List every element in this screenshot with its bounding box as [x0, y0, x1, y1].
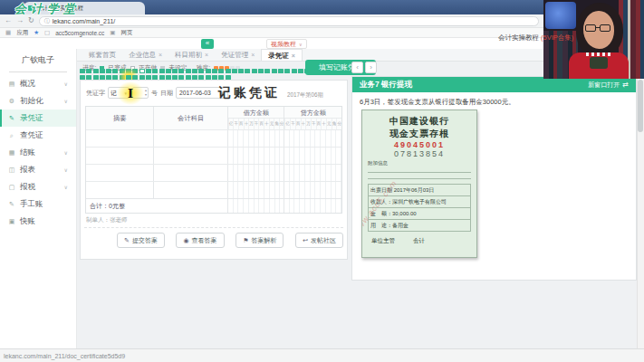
bookmark-site[interactable]: acc5comgenote.cc [55, 30, 104, 36]
progress-block[interactable] [166, 69, 171, 73]
progress-block[interactable] [126, 69, 131, 73]
progress-block[interactable] [106, 69, 111, 73]
voucher-cell-summary[interactable] [86, 165, 154, 181]
progress-block[interactable] [226, 69, 231, 73]
stepper-down-icon[interactable]: ▾ [145, 92, 147, 98]
progress-block[interactable] [132, 69, 138, 73]
sidebar-item-icon: ▣ [8, 218, 15, 225]
sidebar-item-录凭证[interactable]: ✎录凭证 [0, 110, 76, 127]
progress-block[interactable] [198, 69, 204, 73]
action-提交答案[interactable]: ✎提交答案 [117, 233, 165, 248]
tab-账套首页[interactable]: 账套首页 [82, 49, 122, 61]
progress-block[interactable] [206, 69, 211, 73]
bookmark-star-icon[interactable]: ★ [34, 29, 39, 36]
voucher-table: 摘要 会计科目 借方金额 亿千百十万千百十元角分 贷方金额 亿千百十万千百十元角… [85, 106, 342, 214]
task-description: 6月3日，签发现金支票从银行提取备用金30000元。 [352, 92, 636, 107]
next-page-button[interactable]: › [365, 62, 377, 73]
progress-block[interactable] [264, 69, 270, 73]
col-summary: 摘要 [86, 107, 154, 129]
progress-block[interactable] [80, 69, 85, 73]
sidebar-item-初始化[interactable]: ⚙初始化∨ [0, 92, 76, 110]
voucher-header: 凭证字 记 ▾ ▴ ▾ 号 日期 2017-06-03 ▦ 记账凭证 2017年… [81, 81, 347, 105]
sidebar-item-查凭证[interactable]: ⌕查凭证 [0, 127, 76, 144]
forward-icon[interactable]: → [16, 17, 24, 24]
voucher-cell-credit[interactable] [284, 182, 341, 198]
voucher-cell-account[interactable] [154, 165, 227, 181]
task-panel-header: 业务7 银行提现 新窗口打开 ⇄ [352, 77, 636, 92]
sidebar-item-报税[interactable]: ▢报税∨ [0, 178, 76, 195]
progress-block[interactable] [178, 69, 184, 73]
reload-icon[interactable]: ↻ [28, 17, 34, 24]
tab-凭证管理[interactable]: 凭证管理× [215, 49, 261, 61]
tab-企业信息[interactable]: 企业信息× [122, 49, 168, 61]
digit-col-label: 分 [279, 119, 284, 129]
apps-label[interactable]: 应用 [16, 29, 28, 37]
progress-block[interactable] [192, 69, 197, 73]
tab-录凭证[interactable]: 录凭证× [261, 49, 303, 61]
progress-block[interactable] [238, 69, 244, 73]
progress-block[interactable] [278, 69, 284, 73]
voucher-cell-summary[interactable] [86, 148, 154, 164]
progress-block[interactable] [159, 69, 165, 73]
progress-block[interactable] [146, 69, 151, 73]
credit-digit-columns: 亿千百十万千百十元角分 [284, 119, 341, 129]
action-发帖社区[interactable]: ↩发帖社区 [295, 233, 343, 248]
address-bar[interactable]: ⓘ lekanc.com/main_211/ [39, 16, 539, 26]
sidebar-item-概况[interactable]: ▤概况∨ [0, 75, 76, 92]
sidebar-item-结账[interactable]: ▦结账∨ [0, 144, 76, 161]
close-icon[interactable]: × [205, 49, 208, 61]
tab-科目期初[interactable]: 科目期初× [168, 49, 215, 61]
voucher-cell-summary[interactable] [86, 182, 154, 198]
bookmark-folder[interactable]: 网页 [121, 29, 133, 37]
progress-block[interactable] [218, 69, 224, 73]
site-info-icon[interactable]: ⓘ [44, 17, 50, 25]
voucher-cell-debit[interactable] [228, 130, 285, 147]
voucher-cell-debit[interactable] [228, 165, 285, 181]
progress-block[interactable] [245, 69, 250, 73]
sidebar-item-label: 快账 [20, 216, 35, 227]
action-icon: ✎ [124, 237, 130, 244]
open-new-window[interactable]: 新窗口打开 ⇄ [588, 81, 629, 90]
voucher-cell-account[interactable] [154, 130, 227, 147]
close-icon[interactable]: × [251, 49, 255, 61]
sidebar-item-报表[interactable]: ◫报表∨ [0, 161, 76, 178]
progress-block[interactable] [284, 69, 290, 73]
progress-block[interactable] [232, 69, 237, 73]
sidebar-item-手工账[interactable]: ✎手工账 [0, 195, 76, 213]
progress-block[interactable] [252, 69, 257, 73]
voucher-title: 记账凭证 [218, 85, 280, 101]
sidebar-item-快账[interactable]: ▣快账 [0, 213, 76, 230]
progress-block[interactable] [298, 69, 303, 73]
progress-block[interactable] [212, 69, 217, 73]
action-查看答案[interactable]: ◉查看答案 [176, 233, 224, 248]
progress-block[interactable] [258, 69, 264, 73]
close-icon[interactable]: × [159, 49, 162, 61]
voucher-cell-account[interactable] [154, 182, 227, 198]
voucher-cell-credit[interactable] [284, 165, 341, 181]
video-tutorial-dropdown[interactable]: 视频教程 ∨ [266, 39, 307, 49]
progress-block[interactable] [172, 69, 178, 73]
progress-block[interactable] [100, 69, 105, 73]
voucher-cell-summary[interactable] [86, 130, 154, 147]
apps-grid-icon[interactable]: ▦ [5, 29, 11, 36]
sidebar-collapse-button[interactable]: « [201, 39, 214, 49]
voucher-cell-debit[interactable] [228, 182, 285, 198]
progress-block[interactable] [93, 69, 99, 73]
voucher-cell-credit[interactable] [284, 148, 341, 164]
prev-page-button[interactable]: ‹ [351, 62, 363, 73]
voucher-cell-credit[interactable] [284, 130, 341, 147]
progress-block[interactable] [186, 69, 191, 73]
progress-block[interactable] [292, 69, 297, 73]
progress-block[interactable] [112, 69, 118, 73]
voucher-cell-debit[interactable] [228, 148, 285, 164]
close-icon[interactable]: × [292, 50, 295, 61]
progress-block[interactable] [120, 69, 125, 73]
scrollbar-thumb[interactable] [638, 80, 643, 132]
progress-block[interactable] [272, 69, 277, 73]
action-答案解析[interactable]: ⚑答案解析 [235, 233, 284, 248]
progress-block[interactable] [86, 69, 91, 73]
progress-block[interactable] [152, 69, 158, 73]
back-icon[interactable]: ← [5, 17, 12, 24]
voucher-cell-account[interactable] [154, 148, 227, 164]
progress-block[interactable] [139, 69, 145, 73]
